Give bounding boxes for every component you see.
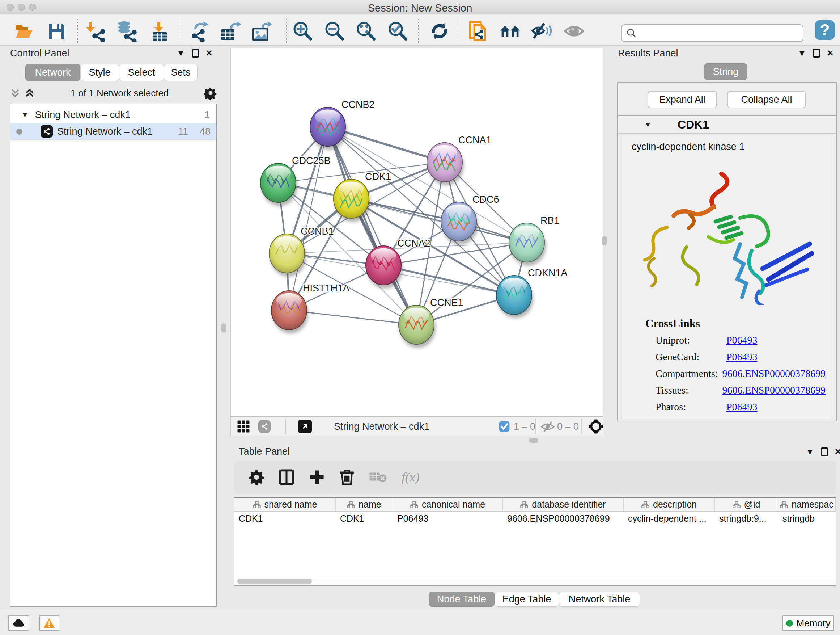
tab-network-table[interactable]: Network Table	[559, 592, 640, 607]
tab-edge-table[interactable]: Edge Table	[494, 592, 559, 607]
warning-status-button[interactable]	[39, 616, 59, 631]
close-panel-icon[interactable]: ✕	[835, 448, 840, 456]
table-options-gear-icon[interactable]	[249, 470, 264, 485]
edge-CCNB2-CCNE1[interactable]	[328, 127, 416, 325]
panel-menu-icon[interactable]: ▼	[177, 49, 185, 57]
table-cell[interactable]: stringdb	[778, 511, 836, 525]
network-row[interactable]: String Network – cdk1 11 48	[11, 123, 216, 140]
horizontal-splitter-handle[interactable]	[529, 438, 538, 443]
birds-eye-view-icon[interactable]	[588, 417, 603, 436]
grid-view-icon[interactable]	[237, 417, 250, 436]
node-CDK1[interactable]: CDK1	[333, 171, 391, 222]
hidden-eye-icon[interactable]	[540, 417, 555, 436]
collapse-all-icon[interactable]	[10, 88, 21, 98]
node-CCNA1[interactable]: CCNA1	[427, 135, 492, 185]
column-header-description[interactable]: description	[624, 498, 715, 511]
collapse-all-button[interactable]: Collapse All	[727, 91, 806, 108]
float-panel-icon[interactable]	[813, 49, 820, 57]
detach-view-icon[interactable]	[298, 417, 312, 436]
network-canvas[interactable]: CCNB2CCNA1CDC25BCDK1CDC6RB1CCNB1CCNA2CDK…	[231, 48, 603, 416]
selected-checkbox-icon[interactable]	[499, 417, 510, 436]
refresh-view-icon[interactable]	[429, 21, 450, 42]
table-cell[interactable]: stringdb:9...	[715, 511, 778, 525]
delete-column-trash-icon[interactable]	[339, 469, 355, 486]
node-CCNE1[interactable]: CCNE1	[399, 297, 463, 348]
open-session-icon[interactable]	[14, 21, 35, 42]
search-input[interactable]	[637, 27, 793, 39]
table-cell[interactable]: CDK1	[336, 511, 393, 525]
zoom-out-icon[interactable]	[324, 21, 345, 42]
node-CDC6[interactable]: CDC6	[441, 194, 499, 245]
crosslink-link[interactable]: P06493	[726, 334, 758, 346]
vertical-splitter-handle[interactable]	[602, 236, 607, 245]
tab-sets[interactable]: Sets	[164, 64, 197, 81]
node-CCNB1[interactable]: CCNB1	[269, 226, 334, 277]
tab-select[interactable]: Select	[119, 64, 164, 81]
node-CCNB2[interactable]: CCNB2	[310, 99, 375, 150]
column-header-@id[interactable]: @id	[715, 498, 778, 511]
scrollbar-thumb[interactable]	[237, 578, 312, 584]
import-network-file-icon[interactable]	[86, 21, 107, 42]
cloud-status-button[interactable]	[8, 616, 29, 631]
share-document-icon[interactable]	[468, 21, 489, 42]
import-network-database-icon[interactable]	[117, 21, 138, 42]
export-network-icon[interactable]	[189, 21, 210, 42]
search-field[interactable]	[621, 24, 804, 42]
share-view-icon[interactable]	[258, 417, 271, 436]
export-table-icon[interactable]	[220, 21, 241, 42]
table-cell[interactable]: CDK1	[234, 511, 336, 525]
network-collection-row[interactable]: ▼ String Network – cdk1 1	[11, 106, 216, 123]
table-row[interactable]: CDK1CDK1P064939606.ENSP00000378699cyclin…	[234, 511, 836, 525]
column-header-name[interactable]: name	[336, 498, 393, 511]
column-header-database-identifier[interactable]: database identifier	[503, 498, 624, 511]
zoom-selected-icon[interactable]	[387, 21, 409, 42]
zoom-fit-icon[interactable]	[355, 21, 377, 42]
delete-table-icon[interactable]	[369, 470, 387, 484]
vertical-splitter-handle[interactable]	[221, 323, 226, 333]
table-cell[interactable]: cyclin-dependent ...	[624, 511, 715, 525]
table-cell[interactable]: P06493	[393, 511, 503, 525]
crosslink-link[interactable]: P06493	[726, 351, 758, 363]
close-panel-icon[interactable]: ✕	[827, 49, 834, 57]
import-table-file-icon[interactable]	[149, 21, 171, 42]
show-graphics-icon[interactable]	[564, 21, 584, 42]
collapse-caret-icon[interactable]: ▼	[21, 111, 28, 119]
export-image-icon[interactable]	[251, 21, 272, 42]
column-header-canonical-name[interactable]: canonical name	[393, 498, 503, 511]
hide-graphics-icon[interactable]	[531, 21, 552, 42]
node-CDC25B[interactable]: CDC25B	[261, 155, 331, 206]
tab-string[interactable]: String	[704, 63, 747, 80]
float-panel-icon[interactable]	[192, 49, 199, 57]
collapse-caret-icon[interactable]: ▼	[644, 120, 652, 129]
tab-node-table[interactable]: Node Table	[429, 592, 494, 607]
help-icon[interactable]: ?	[815, 20, 835, 40]
node-CDKN1A[interactable]: CDKN1A	[496, 268, 568, 318]
node-HIST1H1A[interactable]: HIST1H1A	[271, 283, 349, 333]
crosslink-link[interactable]: P06493	[726, 401, 758, 413]
horizontal-scrollbar[interactable]	[234, 577, 836, 585]
expand-all-button[interactable]: Expand All	[647, 91, 717, 108]
tab-style[interactable]: Style	[80, 64, 119, 81]
function-builder-icon[interactable]: f(x)	[401, 470, 420, 485]
close-panel-icon[interactable]: ✕	[205, 49, 213, 57]
panel-menu-icon[interactable]: ▼	[806, 448, 814, 456]
add-column-icon[interactable]	[309, 469, 325, 485]
expand-all-icon[interactable]	[24, 88, 35, 98]
gear-icon[interactable]	[204, 87, 217, 100]
show-columns-icon[interactable]	[279, 469, 294, 485]
gene-header-row[interactable]: ▼ CDK1	[618, 116, 836, 134]
node-RB1[interactable]: RB1	[509, 215, 560, 266]
float-panel-icon[interactable]	[821, 448, 828, 456]
panel-menu-icon[interactable]: ▼	[798, 49, 806, 57]
edge-CDK1-RB1[interactable]	[351, 199, 527, 242]
column-header-namespac[interactable]: namespac	[778, 498, 836, 511]
tab-network[interactable]: Network	[25, 64, 80, 81]
network-graph[interactable]: CCNB2CCNA1CDC25BCDK1CDC6RB1CCNB1CCNA2CDK…	[231, 48, 604, 416]
crosslink-link[interactable]: 9606.ENSP00000378699	[722, 385, 826, 396]
column-header-shared-name[interactable]: shared name	[234, 498, 336, 511]
zoom-in-icon[interactable]	[292, 21, 313, 42]
save-session-icon[interactable]	[46, 21, 67, 42]
crosslink-link[interactable]: 9606.ENSP00000378699	[722, 368, 826, 379]
table-cell[interactable]: 9606.ENSP00000378699	[503, 511, 624, 525]
home-icon[interactable]	[500, 21, 521, 42]
